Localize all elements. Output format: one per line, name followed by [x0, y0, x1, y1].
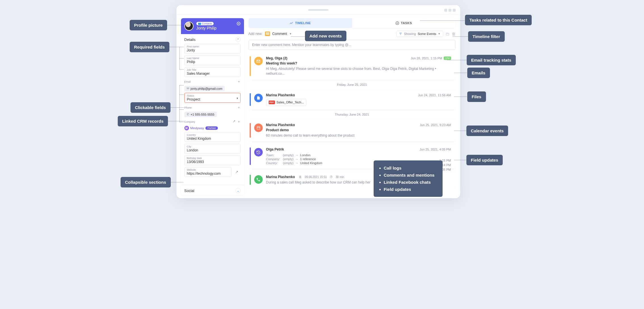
email-pill[interactable]: ✉ jonty.philip@gmail.com: [184, 86, 225, 91]
file-event[interactable]: Marina Plashenko Jun 24, 2021, 11:56 AM …: [249, 90, 456, 109]
add-new-label: Add new:: [249, 32, 263, 36]
phone-label-row: Phone ＋: [184, 105, 241, 110]
svg-point-0: [238, 23, 239, 24]
tab-timeline[interactable]: TIMELINE: [249, 18, 352, 28]
file-attachment[interactable]: PDF Sales_Offer_Tech...: [266, 99, 306, 106]
callout-calendar: Calendar events: [466, 126, 508, 136]
profile-header: 👥 Contacts Jonty Philip: [181, 18, 244, 34]
company-label-row: Company ↗ ＋: [184, 119, 241, 124]
history-icon: [254, 148, 263, 156]
country-field[interactable]: Country United Kingdom: [184, 132, 241, 142]
status-field[interactable]: Status Prospect: [184, 93, 241, 103]
date-separator: Thursday, June 24, 2021: [249, 112, 456, 117]
city-field[interactable]: City London: [184, 144, 241, 154]
svg-point-1: [396, 22, 399, 25]
calendar-icon: [254, 124, 263, 132]
open-company-icon[interactable]: ↗: [233, 119, 235, 124]
timeline-toolbar: Add new: Comment ▼ Showing Some Events ▼…: [249, 31, 456, 37]
date-separator: Friday, June 25, 2021: [249, 82, 456, 87]
callout-required-fields: Required fields: [130, 42, 169, 52]
company-tag: Partner: [205, 126, 218, 130]
window-chrome: [176, 5, 460, 15]
window-notch: [308, 9, 329, 11]
window-controls: [444, 9, 456, 12]
details-title: Details: [184, 37, 196, 42]
website-field-row: Website https://technology.com ↗: [184, 167, 241, 177]
file-icon: [254, 94, 263, 102]
pdf-icon: PDF: [269, 101, 275, 104]
callout-email-stats: Email tracking stats: [467, 55, 516, 65]
callout-add-new: Add new events: [305, 31, 346, 41]
phone-icon: [254, 175, 263, 184]
email-event[interactable]: Meg, Olga (2) Jun 28, 2021, 1:15 PM 17d …: [249, 53, 456, 80]
callout-event-types: Call logs Comments and mentions Linked F…: [374, 160, 443, 197]
phone-pill[interactable]: ✆ +1 555-555-5555: [184, 112, 217, 117]
tab-tasks[interactable]: TASKS: [352, 18, 456, 28]
tasks-icon: [395, 21, 399, 25]
svg-rect-6: [257, 127, 260, 129]
last-name-field[interactable]: Last Name Philip: [184, 55, 241, 65]
phone-icon: ✆: [187, 112, 189, 116]
call-meta: 🗓 09.06.2021 15:51 ⏱ 30 min: [299, 175, 344, 179]
timeline-filter[interactable]: Showing Some Events ▼: [396, 31, 443, 37]
contact-details-panel: 👥 Contacts Jonty Philip Details ⌃: [181, 18, 244, 195]
avatar[interactable]: [184, 22, 193, 31]
website-field[interactable]: Website https://technology.com: [184, 167, 231, 177]
timeline-icon: [289, 21, 293, 25]
contacts-folder-pill[interactable]: 👥 Contacts: [196, 22, 214, 25]
chevron-down-icon[interactable]: ⌄: [235, 188, 241, 193]
details-fields: First name Jonty Last Name Philip Job Ti…: [181, 44, 244, 180]
filter-icon: [399, 32, 402, 36]
filter-caret-icon: ▼: [438, 32, 441, 35]
chevron-up-icon[interactable]: ⌃: [235, 37, 241, 42]
callout-clickable-fields: Clickable fields: [131, 102, 171, 113]
contact-name: Jonty Philip: [196, 26, 217, 30]
trash-icon[interactable]: 🗑: [452, 32, 456, 36]
details-section-header[interactable]: Details ⌃: [181, 34, 244, 44]
mail-icon: ✉: [187, 87, 189, 90]
social-title: Social: [184, 189, 194, 193]
add-phone-icon[interactable]: ＋: [237, 105, 241, 110]
folder-icon[interactable]: 🗀: [445, 32, 449, 36]
clock-icon: ⏱: [330, 175, 333, 179]
birthday-field[interactable]: Birthday date 13/06/1993: [184, 155, 241, 165]
comment-input[interactable]: Enter new comment here. Mention your tea…: [249, 40, 456, 50]
first-name-field[interactable]: First name Jonty: [184, 44, 241, 54]
callout-emails: Emails: [467, 68, 490, 78]
calendar-small-icon: 🗓: [299, 175, 302, 179]
comment-icon[interactable]: [265, 32, 270, 36]
callout-linked-records: Linked CRM records: [118, 116, 168, 126]
job-title-field[interactable]: Job Title Sales Manager: [184, 67, 241, 77]
callout-files: Files: [467, 91, 486, 102]
tracking-badge[interactable]: 17d: [444, 57, 451, 60]
email-label-row: Email ＋: [184, 79, 241, 84]
caret-down-icon[interactable]: ▼: [289, 32, 292, 35]
company-link[interactable]: M Mindyway Partner: [184, 126, 241, 130]
add-email-icon[interactable]: ＋: [237, 79, 241, 84]
add-type-select[interactable]: Comment: [272, 32, 287, 36]
callout-collapsible: Collapsible sections: [121, 177, 171, 187]
calendar-event[interactable]: Marina Plashenko Jun 25, 2021, 9:23 AM P…: [249, 120, 456, 141]
callout-tasks-related: Tasks related to this Contact: [465, 15, 532, 25]
company-avatar: M: [184, 126, 189, 130]
people-icon: 👥: [198, 22, 201, 25]
tabs-bar: TIMELINE TASKS: [249, 18, 456, 28]
mail-icon: [254, 57, 263, 65]
callout-field-updates: Field updates: [466, 155, 503, 165]
add-company-icon[interactable]: ＋: [237, 119, 241, 124]
social-section-header[interactable]: Social ⌄: [181, 185, 244, 195]
contacts-label: Contacts: [202, 22, 212, 25]
callout-profile-picture: Profile picture: [130, 20, 167, 30]
gear-icon[interactable]: [237, 22, 241, 26]
callout-timeline-filter: Timeline filter: [468, 31, 505, 42]
open-link-icon[interactable]: ↗: [233, 167, 241, 177]
